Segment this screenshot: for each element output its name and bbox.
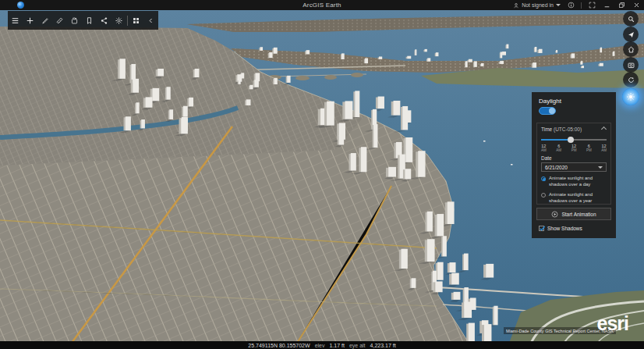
tick-12pm: 12PM	[571, 144, 577, 152]
show-shadows-checkbox[interactable]: Show Shadows	[539, 226, 582, 231]
measure-button[interactable]	[52, 11, 67, 30]
main-toolbar	[8, 11, 158, 30]
radio-year-indicator	[541, 193, 546, 198]
start-animation-button[interactable]: Start Animation	[536, 208, 611, 220]
time-collapse-icon[interactable]	[601, 126, 607, 132]
tick-12am-1: 12AM	[541, 144, 547, 152]
start-animation-label: Start Animation	[561, 212, 596, 217]
reset-north-icon	[627, 76, 635, 84]
title-bar: ArcGIS Earth Not signed in	[0, 0, 644, 10]
signin-caret-icon	[556, 4, 561, 6]
status-bar: 25.749115N 80.155702W elev 1.17 ft eye a…	[0, 341, 644, 349]
sun-icon	[626, 92, 635, 101]
date-value: 6/21/2020	[545, 165, 568, 170]
restore-icon	[618, 2, 625, 9]
elev-label: elev	[315, 343, 325, 348]
toolbar-separator	[127, 16, 128, 26]
gear-icon	[115, 16, 123, 25]
checkbox-box	[539, 226, 544, 231]
date-label: Date	[541, 155, 607, 161]
info-button[interactable]	[566, 1, 575, 10]
snapshot-button[interactable]	[623, 57, 639, 73]
close-icon	[633, 2, 640, 9]
chevron-left-icon	[147, 17, 154, 24]
tick-12am-2: 12AM	[601, 144, 607, 152]
home-button[interactable]	[623, 41, 639, 57]
eye-alt-value: 4,223.17 ft	[370, 343, 396, 348]
fullscreen-button[interactable]	[587, 1, 596, 10]
date-select[interactable]: 6/21/2020	[541, 162, 607, 172]
collapse-toolbar-button[interactable]	[143, 11, 158, 30]
radio-animate-year[interactable]: Animate sunlight and shadows over a year	[541, 192, 607, 205]
apps-button[interactable]	[129, 11, 143, 30]
snapshot-icon	[627, 61, 635, 69]
tick-6am: 6AM	[556, 144, 561, 152]
radio-day-label: Animate sunlight and shadows over a day	[549, 176, 607, 188]
radio-year-label: Animate sunlight and shadows over a year	[549, 192, 607, 205]
daylight-panel-title: Daylight	[532, 92, 616, 105]
minimize-button[interactable]	[602, 1, 611, 10]
draw-button[interactable]	[37, 11, 52, 30]
user-icon	[513, 2, 519, 9]
show-shadows-label: Show Shadows	[547, 226, 582, 231]
close-button[interactable]	[632, 1, 641, 10]
signin-menu[interactable]: Not signed in	[513, 2, 561, 9]
add-icon	[26, 16, 34, 25]
date-caret-icon	[598, 166, 603, 169]
menu-icon	[11, 16, 19, 25]
play-icon	[551, 211, 558, 218]
search-button[interactable]	[623, 11, 639, 27]
info-icon	[568, 2, 575, 9]
swipe-button[interactable]	[67, 11, 82, 30]
time-tick-labels: 12AM 6AM 12PM 6PM 12AM	[541, 144, 607, 152]
menu-button[interactable]	[8, 11, 23, 30]
slider-thumb[interactable]	[568, 137, 574, 143]
slider-fill	[541, 139, 571, 141]
daylight-toggle[interactable]	[539, 107, 556, 115]
navigate-button[interactable]	[623, 27, 639, 42]
check-icon	[539, 225, 546, 232]
add-data-button[interactable]	[23, 11, 37, 30]
swipe-icon	[70, 16, 79, 25]
ruler-icon	[55, 16, 64, 25]
minimize-icon	[603, 2, 610, 9]
coordinates-text: 25.749115N 80.155702W	[248, 343, 310, 348]
radio-animate-day[interactable]: Animate sunlight and shadows over a day	[541, 176, 607, 188]
apps-grid-icon	[132, 16, 140, 25]
esri-logo: esri	[597, 312, 628, 335]
time-slider[interactable]	[541, 136, 607, 144]
share-button[interactable]	[97, 11, 111, 30]
daylight-button[interactable]	[622, 88, 639, 105]
search-icon	[627, 15, 635, 23]
time-label: Time (UTC-05:00)	[541, 126, 582, 132]
fullscreen-icon	[589, 2, 596, 9]
pencil-icon	[41, 16, 49, 25]
bookmark-icon	[85, 16, 94, 25]
signin-label: Not signed in	[522, 2, 554, 8]
toggle-knob	[549, 108, 555, 114]
settings-button[interactable]	[111, 11, 126, 30]
bookmark-button[interactable]	[82, 11, 97, 30]
radio-day-indicator	[541, 176, 546, 181]
navigate-icon	[627, 30, 635, 39]
reset-view-button[interactable]	[623, 72, 639, 87]
arcgis-earth-window: ArcGIS Earth Not signed in	[0, 0, 644, 349]
eye-alt-label: eye alt	[349, 343, 366, 348]
share-icon	[100, 16, 108, 25]
daylight-settings-group: Time (UTC-05:00) 12AM 6AM 12PM	[536, 123, 611, 205]
elev-value: 1.17 ft	[329, 343, 344, 348]
home-icon	[627, 45, 635, 54]
daylight-panel: Daylight Time (UTC-05:00) 12AM 6AM	[532, 92, 616, 238]
titlebar-separator	[581, 2, 582, 9]
tick-6pm: 6PM	[586, 144, 592, 152]
restore-button[interactable]	[617, 1, 626, 10]
